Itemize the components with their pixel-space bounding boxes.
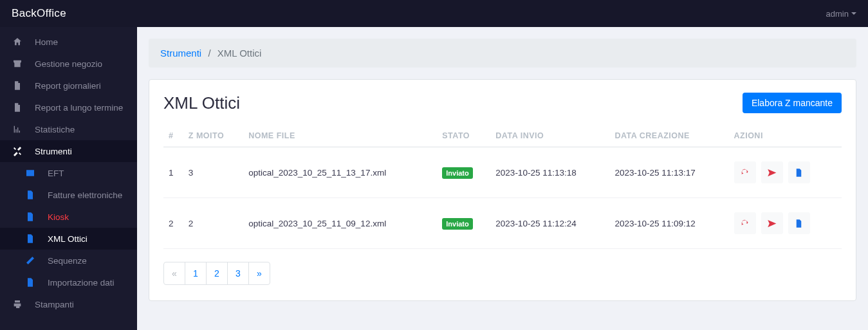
page-2[interactable]: 2 [206, 262, 228, 285]
breadcrumb: Strumenti / XML Ottici [149, 39, 856, 68]
cell-zmoito: 3 [183, 147, 243, 198]
col-zmoito: Z MOITO [183, 125, 243, 147]
page-1[interactable]: 1 [185, 262, 207, 285]
sidebar-item-label: Report giornalieri [35, 81, 101, 91]
sidebar-item-label: Sequenze [48, 256, 87, 266]
home-icon [12, 36, 23, 48]
send-button[interactable] [761, 212, 783, 234]
sidebar-item-label: Importazione dati [48, 278, 115, 288]
sidebar-subitem-xml-ottici[interactable]: XML Ottici [0, 228, 137, 250]
download-button[interactable] [788, 161, 810, 183]
sidebar-item-report-giornalieri[interactable]: Report giornalieri [0, 75, 137, 96]
cell-sent: 2023-10-25 11:12:24 [490, 198, 609, 249]
csv-icon [24, 277, 36, 288]
chart-icon [12, 124, 23, 135]
cell-status: Inviato [437, 147, 490, 198]
store-icon [12, 58, 23, 69]
sidebar-item-label: XML Ottici [48, 234, 88, 244]
refresh-icon [740, 168, 750, 178]
ruler-icon [24, 255, 36, 266]
sidebar-item-stampanti[interactable]: Stampanti [0, 293, 137, 315]
download-icon [794, 219, 804, 228]
breadcrumb-parent[interactable]: Strumenti [160, 48, 201, 59]
cell-filename: optical_2023_10_25_11_13_17.xml [243, 147, 437, 198]
user-menu-label: admin [826, 9, 849, 19]
breadcrumb-current: XML Ottici [217, 48, 262, 59]
card-xml-ottici: XML Ottici Elabora Z mancante # Z MOITO … [149, 79, 856, 301]
status-badge: Inviato [442, 167, 472, 179]
sidebar-subitem-eft[interactable]: EFT [0, 162, 137, 184]
chevron-down-icon [851, 12, 856, 15]
xml-ottici-table: # Z MOITO NOME FILE STATO DATA INVIO DAT… [163, 125, 842, 249]
sidebar-item-gestione-negozio[interactable]: Gestione negozio [0, 53, 137, 75]
cell-zmoito: 2 [183, 198, 243, 249]
cell-created: 2023-10-25 11:09:12 [609, 198, 728, 249]
doc-icon [24, 189, 36, 201]
sidebar-item-label: Statistiche [35, 125, 75, 134]
sidebar-subitem-importazione-dati[interactable]: Importazione dati [0, 271, 137, 293]
user-menu[interactable]: admin [826, 9, 856, 19]
sidebar-item-label: Fatture elettroniche [48, 190, 122, 200]
pagination: « 1 2 3 » [163, 262, 842, 285]
cell-actions [729, 147, 842, 198]
cell-index: 2 [163, 198, 183, 249]
doc-icon [24, 211, 36, 223]
cell-created: 2023-10-25 11:13:17 [609, 147, 728, 198]
app-brand: BackOffice [12, 7, 66, 20]
send-icon [767, 168, 777, 178]
sidebar-subitem-sequenze[interactable]: Sequenze [0, 250, 137, 271]
cell-filename: optical_2023_10_25_11_09_12.xml [243, 198, 437, 249]
page-title: XML Ottici [163, 93, 240, 113]
sidebar-item-label: Strumenti [35, 147, 72, 156]
card-icon [24, 167, 36, 179]
elabora-z-mancante-button[interactable]: Elabora Z mancante [743, 93, 842, 113]
cell-sent: 2023-10-25 11:13:18 [490, 147, 609, 198]
sidebar-item-statistiche[interactable]: Statistiche [0, 118, 137, 140]
download-icon [794, 168, 804, 178]
cell-actions [729, 198, 842, 249]
main-content: Strumenti / XML Ottici XML Ottici Elabor… [137, 27, 868, 330]
refresh-icon [740, 219, 750, 228]
table-row: 13optical_2023_10_25_11_13_17.xmlInviato… [163, 147, 842, 198]
refresh-button[interactable] [734, 161, 756, 183]
file-icon [12, 80, 23, 91]
sidebar-item-home[interactable]: Home [0, 31, 137, 53]
file-icon [12, 102, 23, 113]
sidebar-item-label: Home [35, 37, 58, 47]
sidebar-item-label: EFT [48, 169, 64, 178]
col-actions: AZIONI [729, 125, 842, 147]
send-button[interactable] [761, 161, 783, 183]
sidebar-item-label: Report a lungo termine [35, 103, 123, 113]
table-row: 22optical_2023_10_25_11_09_12.xmlInviato… [163, 198, 842, 249]
status-badge: Inviato [442, 218, 472, 230]
col-index: # [163, 125, 183, 147]
sidebar-item-label: Kiosk [48, 212, 69, 222]
sidebar-item-report-lungo-termine[interactable]: Report a lungo termine [0, 96, 137, 118]
sidebar-subitem-kiosk[interactable]: Kiosk [0, 206, 137, 228]
print-icon [12, 298, 23, 310]
page-prev[interactable]: « [163, 262, 185, 285]
col-filename: NOME FILE [243, 125, 437, 147]
col-created: DATA CREAZIONE [609, 125, 728, 147]
sidebar-subitem-fatture-elettroniche[interactable]: Fatture elettroniche [0, 184, 137, 206]
sidebar-item-strumenti[interactable]: Strumenti [0, 140, 137, 162]
doc-icon [24, 233, 36, 244]
tools-icon [12, 145, 23, 157]
sidebar-item-label: Gestione negozio [35, 59, 102, 69]
breadcrumb-separator: / [208, 48, 210, 59]
col-sent: DATA INVIO [490, 125, 609, 147]
download-button[interactable] [788, 212, 810, 234]
page-3[interactable]: 3 [227, 262, 249, 285]
col-status: STATO [437, 125, 490, 147]
sidebar: Home Gestione negozio Report giornalieri… [0, 27, 137, 330]
send-icon [767, 219, 777, 228]
sidebar-item-label: Stampanti [35, 300, 74, 309]
refresh-button[interactable] [734, 212, 756, 234]
cell-index: 1 [163, 147, 183, 198]
page-next[interactable]: » [248, 262, 270, 285]
cell-status: Inviato [437, 198, 490, 249]
